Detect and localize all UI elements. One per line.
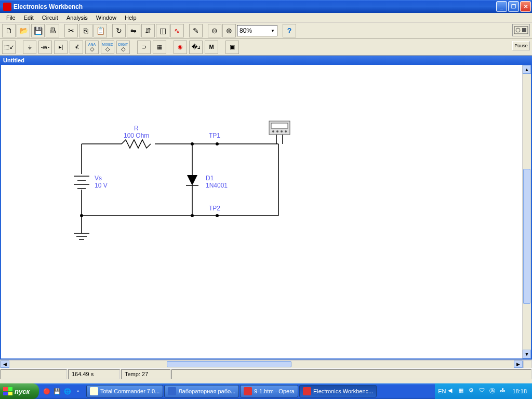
ql-more[interactable]: » — [73, 385, 83, 397]
tray-icon-6[interactable]: 🖧 — [500, 387, 508, 395]
digital-button[interactable]: DIGIT◇ — [116, 41, 130, 54]
ql-icon-2[interactable]: 💾 — [52, 385, 62, 397]
task-electronics-workbench[interactable]: Electronics Workbenc... — [299, 385, 377, 397]
menu-file[interactable]: File — [2, 14, 20, 22]
ql-icon-3[interactable]: 🌐 — [63, 385, 72, 397]
scroll-up-arrow[interactable]: ▲ — [523, 65, 531, 74]
tray-icon-3[interactable]: ⚙ — [469, 387, 477, 395]
windows-flag-icon — [3, 387, 12, 395]
sources-button[interactable]: ⏚ — [23, 41, 36, 54]
source-value-label: 10 V — [95, 182, 108, 189]
diode-value-label: 1N4001 — [206, 182, 228, 189]
system-tray: EN ◀ ▦ ⚙ 🛡 ⓐ 🖧 18:18 — [435, 383, 532, 399]
copy-button[interactable]: ⎘ — [79, 24, 92, 37]
misc-button[interactable]: M — [205, 41, 218, 54]
open-file-button[interactable]: 📂 — [17, 24, 30, 37]
diodes-button[interactable]: ▸| — [54, 41, 68, 54]
rotate-button[interactable]: ↻ — [112, 24, 126, 37]
source-name-label: Vs — [95, 175, 102, 182]
status-bar: 164.49 s Temp: 27 — [0, 368, 532, 380]
resistor-value-label: 100 Ohm — [124, 132, 149, 139]
svg-point-1 — [516, 28, 520, 32]
analog-button[interactable]: ANA◇ — [85, 41, 99, 54]
transistors-button[interactable]: ⊀ — [70, 41, 83, 54]
circuit-canvas[interactable]: R 100 Ohm Vs 10 V D1 1N4001 TP1 TP2 — [1, 65, 522, 358]
document-titlebar: Untitled — [0, 56, 532, 65]
tray-icon-1[interactable]: ◀ — [448, 387, 456, 395]
app-icon — [3, 3, 11, 11]
status-temp: Temp: 27 — [121, 369, 170, 379]
circuit-drawing: R 100 Ohm Vs 10 V D1 1N4001 TP1 TP2 — [1, 65, 521, 356]
scroll-right-arrow[interactable]: ▶ — [514, 361, 523, 368]
menu-window[interactable]: Window — [92, 14, 121, 22]
scroll-left-arrow[interactable]: ◀ — [1, 361, 9, 368]
svg-rect-24 — [271, 123, 288, 128]
tp2-label: TP2 — [209, 205, 220, 212]
select-arrow-button[interactable]: ⬚↙ — [2, 41, 16, 54]
tray-icon-5[interactable]: ⓐ — [489, 387, 498, 395]
minimize-button[interactable]: _ — [496, 1, 507, 12]
canvas-area: R 100 Ohm Vs 10 V D1 1N4001 TP1 TP2 ▲ ▼ — [0, 65, 532, 360]
menu-bar: File Edit Circuit Analysis Window Help — [0, 13, 532, 23]
svg-point-26 — [276, 130, 278, 132]
zoom-in-button[interactable]: ⊕ — [222, 24, 236, 37]
save-file-button[interactable]: 💾 — [31, 24, 45, 37]
paste-button[interactable]: 📋 — [94, 24, 107, 37]
zoom-select[interactable]: 80% ▼ — [237, 25, 277, 36]
tray-icon-2[interactable]: ▦ — [458, 387, 467, 395]
svg-point-33 — [216, 214, 219, 217]
tp1-label: TP1 — [209, 132, 220, 139]
flip-h-button[interactable]: ⇋ — [127, 24, 140, 37]
zoom-out-button[interactable]: ⊖ — [208, 24, 221, 37]
basic-button[interactable]: -ʍ- — [38, 41, 52, 54]
tray-icon-4[interactable]: 🛡 — [479, 387, 487, 395]
document-title: Untitled — [3, 57, 24, 63]
task-total-commander[interactable]: Total Commander 7.0... — [86, 385, 163, 397]
pause-button[interactable]: Pause — [512, 41, 530, 50]
svg-point-28 — [285, 130, 287, 132]
maximize-button[interactable]: ❐ — [508, 1, 519, 12]
controls-button[interactable]: �ⅎ — [189, 41, 203, 54]
print-button[interactable]: 🖶 — [46, 24, 59, 37]
new-file-button[interactable]: 🗋 — [2, 24, 16, 37]
svg-point-27 — [281, 130, 283, 132]
flip-v-button[interactable]: ⇵ — [141, 24, 155, 37]
main-toolbar: 🗋 📂 💾 🖶 ✂ ⎘ 📋 ↻ ⇋ ⇵ ◫ ∿ ✎ ⊖ ⊕ 80% ▼ ? — [0, 23, 532, 39]
resistor-name-label: R — [134, 125, 139, 132]
quick-launch: 🔴 💾 🌐 » — [39, 385, 86, 397]
ql-icon-1[interactable]: 🔴 — [42, 385, 51, 397]
vertical-scrollbar[interactable]: ▲ ▼ — [522, 65, 531, 358]
svg-point-30 — [191, 142, 194, 145]
task-opera[interactable]: 9-1.htm - Opera — [240, 385, 298, 397]
horizontal-scrollbar[interactable]: ◀ ▶ — [0, 360, 523, 368]
start-button[interactable]: пуск — [0, 383, 39, 399]
vscroll-thumb[interactable] — [523, 169, 530, 304]
menu-edit[interactable]: Edit — [20, 14, 38, 22]
cut-button[interactable]: ✂ — [64, 24, 78, 37]
window-titlebar: Electronics Workbench _ ❐ ✕ — [0, 0, 532, 13]
mixed-button[interactable]: MIXED◇ — [101, 41, 114, 54]
status-ready — [1, 369, 67, 379]
svg-marker-18 — [187, 175, 197, 185]
clock[interactable]: 18:18 — [510, 388, 529, 394]
graph-button[interactable]: ∿ — [170, 24, 184, 37]
language-indicator[interactable]: EN — [438, 388, 446, 394]
hscroll-thumb[interactable] — [167, 361, 291, 367]
close-button[interactable]: ✕ — [520, 1, 531, 12]
scroll-down-arrow[interactable]: ▼ — [523, 350, 531, 358]
task-word-doc[interactable]: Лабораторная рабо... — [164, 385, 239, 397]
help-button[interactable]: ? — [283, 24, 296, 37]
properties-button[interactable]: ✎ — [189, 24, 203, 37]
instruments-button[interactable]: ▣ — [225, 41, 239, 54]
menu-analysis[interactable]: Analysis — [62, 14, 92, 22]
start-label: пуск — [15, 388, 30, 395]
window-title: Electronics Workbench — [14, 3, 496, 10]
power-switch[interactable] — [512, 24, 530, 36]
components-toolbar: ⬚↙ ⏚ -ʍ- ▸| ⊀ ANA◇ MIXED◇ DIGIT◇ ⊃ ▦ ◉ �… — [0, 39, 532, 56]
digital-ic-button[interactable]: ▦ — [153, 41, 166, 54]
menu-circuit[interactable]: Circuit — [38, 14, 62, 22]
subcircuit-button[interactable]: ◫ — [156, 24, 169, 37]
indicators-button[interactable]: ◉ — [174, 41, 187, 54]
menu-help[interactable]: Help — [121, 14, 141, 22]
logic-gates-button[interactable]: ⊃ — [137, 41, 151, 54]
